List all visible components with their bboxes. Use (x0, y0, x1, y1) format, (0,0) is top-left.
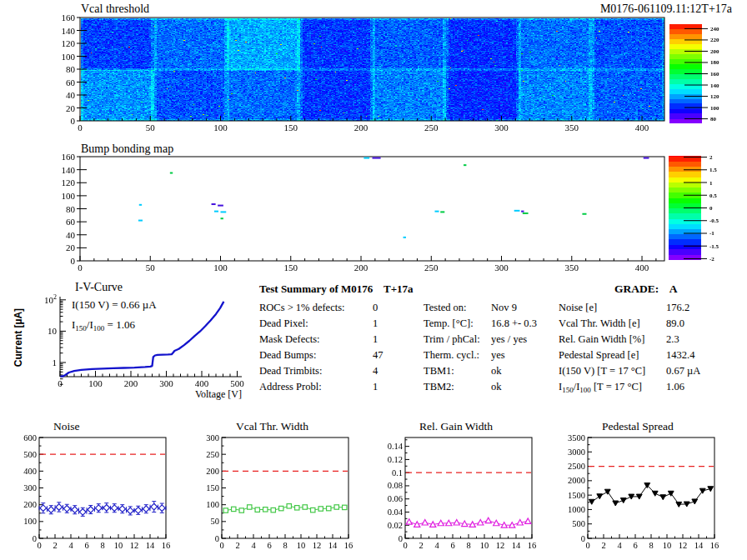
svg-text:0: 0 (581, 534, 585, 543)
iv-annotation-ratio-part: 100 (93, 324, 105, 332)
svg-text:200: 200 (206, 467, 219, 476)
svg-text:2: 2 (601, 541, 605, 550)
svg-text:350: 350 (565, 262, 579, 272)
svg-text:12: 12 (679, 541, 688, 550)
svg-text:0.02: 0.02 (388, 521, 403, 530)
svg-text:-1: -1 (709, 230, 714, 237)
summary-value: yes (491, 349, 505, 362)
svg-text:50: 50 (146, 122, 156, 132)
summary-value: 1 (373, 318, 378, 330)
svg-text:0: 0 (71, 116, 76, 126)
summary-value: yes / yes (491, 333, 527, 346)
svg-text:8: 8 (466, 541, 470, 550)
module-test-report-page: Vcal threshold M0176-061109.11:12T+17a B… (0, 0, 747, 560)
svg-text:100: 100 (62, 52, 76, 62)
svg-text:2: 2 (709, 154, 713, 161)
svg-text:4: 4 (251, 541, 256, 550)
vcal-colorbar (669, 24, 702, 123)
svg-text:10: 10 (114, 541, 123, 550)
svg-text:400: 400 (635, 122, 649, 132)
svg-text:100: 100 (62, 191, 76, 201)
bump-colorbar (669, 156, 701, 260)
summary-label: Tested on: (424, 302, 467, 314)
summary-value: Nov 9 (491, 302, 517, 314)
svg-text:160: 160 (710, 71, 719, 78)
svg-text:0: 0 (585, 541, 589, 550)
svg-text:100: 100 (206, 500, 219, 509)
svg-text:100: 100 (88, 378, 103, 388)
svg-text:350: 350 (565, 122, 579, 132)
summary-label: Trim / phCal: (424, 333, 480, 346)
pedestal_spread-plot: 0500100015002000250030003500024681012141… (568, 433, 719, 551)
summary-label: Dead Pixel: (259, 318, 308, 330)
svg-text:8: 8 (100, 541, 104, 550)
svg-text:4: 4 (68, 541, 73, 550)
iv-annotation-ratio-part: 150 (75, 324, 87, 332)
noise-plot-title: Noise (53, 420, 80, 433)
svg-text:250: 250 (206, 450, 219, 459)
svg-text:60: 60 (66, 78, 76, 88)
summary-value: 1 (373, 333, 378, 346)
svg-text:16: 16 (528, 541, 537, 550)
svg-text:300: 300 (159, 378, 173, 388)
summary-value: 16.8 +- 0.3 (491, 318, 537, 330)
summary-label: Pedestal Spread [e] (559, 349, 639, 362)
svg-text:6: 6 (267, 541, 271, 550)
svg-text:100: 100 (710, 105, 719, 112)
svg-text:1500: 1500 (568, 491, 585, 500)
svg-text:180: 180 (710, 59, 719, 66)
svg-text:8: 8 (283, 541, 287, 550)
svg-text:4: 4 (617, 541, 622, 550)
svg-text:120: 120 (62, 38, 76, 48)
svg-text:120: 120 (710, 93, 719, 100)
summary-label: Temp. [°C]: (424, 318, 474, 330)
svg-text:0: 0 (78, 262, 83, 272)
summary-value: 0.67 µA (666, 365, 700, 378)
svg-text:20: 20 (66, 242, 76, 252)
svg-text:16: 16 (162, 541, 171, 550)
svg-text:0.14: 0.14 (388, 442, 404, 451)
svg-text:0: 0 (219, 541, 223, 550)
svg-text:140: 140 (62, 165, 76, 175)
summary-temperature-tag: T+17a (384, 282, 414, 296)
svg-text:2500: 2500 (568, 462, 585, 471)
svg-text:0.04: 0.04 (388, 508, 404, 517)
svg-text:600: 600 (23, 433, 37, 442)
svg-text:200: 200 (354, 262, 368, 272)
vcal-threshold-heatmap (81, 18, 664, 121)
svg-text:1: 1 (709, 180, 713, 187)
svg-text:10: 10 (663, 541, 672, 550)
svg-text:40: 40 (66, 230, 76, 240)
svg-text:50: 50 (211, 517, 220, 526)
svg-text:300: 300 (494, 122, 509, 132)
svg-text:300: 300 (206, 433, 219, 442)
summary-value: 1 (373, 381, 378, 393)
summary-value: ok (491, 365, 502, 378)
svg-text:140: 140 (710, 82, 719, 89)
svg-text:0: 0 (58, 378, 63, 388)
svg-text:4: 4 (434, 541, 439, 550)
svg-text:0: 0 (403, 541, 407, 550)
bump-map-axes: 0501001502002503003504000204060801001201… (62, 152, 665, 272)
summary-label: Vcal Thr. Width [e] (559, 318, 640, 330)
svg-text:200: 200 (124, 378, 138, 388)
summary-value: 1432.4 (666, 349, 694, 362)
svg-text:14: 14 (694, 541, 704, 550)
noise-plot: 01002003004005006000246810121416 (23, 433, 170, 551)
svg-text:16: 16 (344, 541, 353, 550)
summary-value: 0 (373, 302, 378, 314)
svg-text:150: 150 (284, 262, 298, 272)
svg-text:500: 500 (23, 450, 37, 459)
summary-title: Test Summary of M0176 (259, 282, 373, 296)
grade-value: A (669, 282, 678, 295)
svg-text:20: 20 (66, 103, 76, 113)
svg-text:60: 60 (66, 217, 76, 227)
svg-text:12: 12 (130, 541, 139, 550)
svg-text:40: 40 (66, 90, 76, 100)
vcal-width-plot-title: Vcal Thr. Width (236, 420, 308, 433)
svg-text:8: 8 (649, 541, 653, 550)
svg-text:10: 10 (48, 326, 58, 336)
svg-text:0: 0 (215, 534, 219, 543)
svg-text:100: 100 (213, 262, 228, 272)
svg-text:0: 0 (399, 534, 403, 543)
